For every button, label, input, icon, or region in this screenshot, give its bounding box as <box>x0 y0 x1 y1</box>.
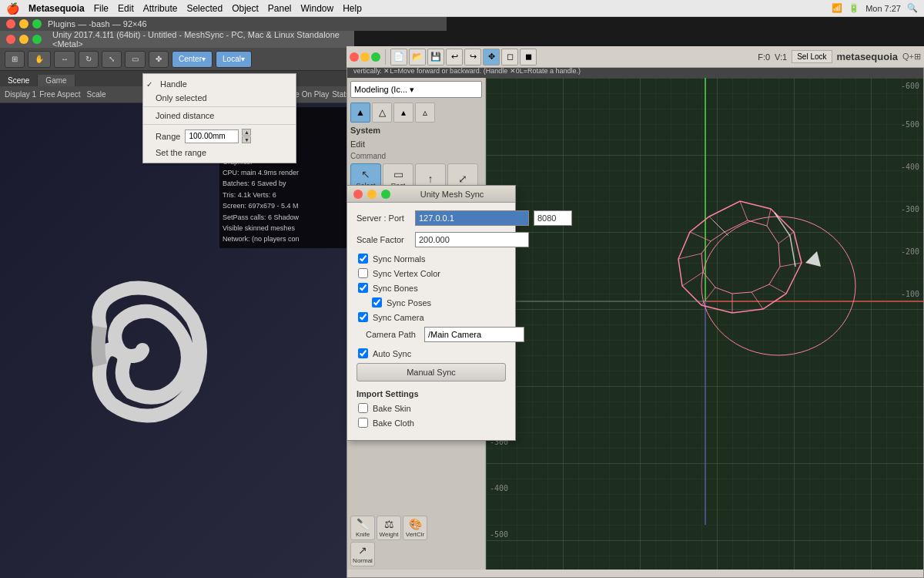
vertclr-btn[interactable]: 🎨 VertClr <box>403 516 427 540</box>
sync-close-btn[interactable] <box>353 190 363 199</box>
sync-bones-checkbox[interactable] <box>358 283 368 293</box>
toolbar-scale-btn[interactable]: ⤡ <box>102 51 122 68</box>
menu-metasequoia[interactable]: Metasequoia <box>28 3 85 14</box>
sync-dialog-title: Unity Mesh Sync <box>395 190 509 199</box>
mq-viewport[interactable]: -600 -500 -400 -300 -200 -100 -100 -200 … <box>486 78 923 570</box>
mac-menubar: 🍎 Metasequoia File Edit Attribute Select… <box>0 0 924 17</box>
mq-close-btn[interactable] <box>350 52 359 62</box>
server-port-input[interactable] <box>534 210 572 226</box>
unity-toolbar: ⊞ ✋ ↔ ↻ ⤡ ▭ ✤ Center ▾ Local ▾ <box>0 48 354 71</box>
object-btn[interactable]: ◻ <box>501 49 518 66</box>
zoom-controls[interactable]: Q+⊞ <box>902 52 921 62</box>
sync-max-btn[interactable] <box>381 190 390 199</box>
sync-camera-label: Sync Camera <box>373 313 424 322</box>
toolbar-rotate-btn[interactable]: ↻ <box>79 51 99 68</box>
unity-max-btn[interactable] <box>32 35 42 44</box>
scale-factor-input[interactable] <box>415 232 529 247</box>
dropdown-separator2 <box>143 124 296 125</box>
move-btn[interactable]: ✥ <box>483 49 500 66</box>
dropdown-handle[interactable]: Handle <box>143 77 296 91</box>
sync-vertex-color-checkbox[interactable] <box>358 268 368 278</box>
select-icon: ↖ <box>361 168 370 180</box>
sync-normals-label: Sync Normals <box>373 254 425 264</box>
terminal-title-text: Plugins — -bash — 92×46 <box>48 19 147 29</box>
dropdown-only-selected[interactable]: Only selected <box>143 91 296 105</box>
normal-label: Normal <box>353 557 373 564</box>
menu-help[interactable]: Help <box>343 3 362 14</box>
center-dropdown[interactable]: Center ▾ <box>172 51 213 68</box>
sync-min-btn[interactable] <box>367 190 377 199</box>
sync-poses-label: Sync Poses <box>387 298 431 307</box>
bake-cloth-checkbox[interactable] <box>358 418 368 428</box>
weight-btn[interactable]: ⚖ Weight <box>377 516 401 540</box>
open-btn[interactable]: 📂 <box>409 49 426 66</box>
menu-edit[interactable]: Edit <box>118 3 134 14</box>
menu-file[interactable]: File <box>94 3 109 14</box>
scale-factor-label: Scale Factor <box>357 235 410 244</box>
dropdown-set-range[interactable]: Set the range <box>143 146 296 160</box>
toolbar-icon-btn[interactable]: ⊞ <box>5 51 25 68</box>
dropdown-joined-distance[interactable]: Joined distance <box>143 109 296 123</box>
coord-neg400-y: -400 <box>490 484 508 492</box>
graphics-tris: Tris: 4.1k Verts: 6 <box>223 190 347 200</box>
auto-sync-checkbox[interactable] <box>358 348 368 358</box>
unity-min-btn[interactable] <box>19 35 28 44</box>
normal-btn[interactable]: ↗ Normal <box>350 542 375 566</box>
vertclr-icon: 🎨 <box>409 518 422 530</box>
window-maximize-btn[interactable] <box>32 19 42 29</box>
sync-poses-checkbox[interactable] <box>372 297 382 307</box>
menu-window[interactable]: Window <box>301 3 334 14</box>
camera-path-input[interactable] <box>424 327 524 342</box>
mode-dropdown[interactable]: Modeling (Ic... ▾ <box>350 81 482 98</box>
mq-min-btn[interactable] <box>360 52 370 62</box>
range-input[interactable] <box>185 129 239 143</box>
mode-dropdown-label: Modeling (Ic... ▾ <box>354 85 414 95</box>
window-minimize-btn[interactable] <box>19 19 28 29</box>
new-btn[interactable]: 📄 <box>390 49 407 66</box>
mode-icon-up2[interactable]: △ <box>372 102 392 123</box>
mode-icon-up3[interactable]: ▴ <box>393 102 413 123</box>
bake-cloth-row: Bake Cloth <box>357 418 506 428</box>
range-up-btn[interactable]: ▲ <box>242 129 251 136</box>
face-btn[interactable]: ◼ <box>520 49 537 66</box>
sel-lock-btn[interactable]: Sel Lock <box>792 50 832 63</box>
menu-panel[interactable]: Panel <box>268 3 292 14</box>
sync-normals-checkbox[interactable] <box>358 254 368 264</box>
local-dropdown[interactable]: Local ▾ <box>216 51 252 68</box>
toolbar-move-btn[interactable]: ↔ <box>54 51 75 68</box>
unity-titlebar: Unity 2017.4.1f1 (64bit) - Untitled - Me… <box>0 31 354 48</box>
toolbar-hand-btn[interactable]: ✋ <box>28 51 51 68</box>
manual-sync-btn[interactable]: Manual Sync <box>357 363 506 381</box>
sync-camera-checkbox[interactable] <box>358 312 368 322</box>
mq-info-text: vertically. ✕L=Move forward or backward.… <box>353 67 581 75</box>
save-btn[interactable]: 💾 <box>427 49 444 66</box>
edit-menu-item[interactable]: Edit <box>350 138 482 150</box>
menu-attribute[interactable]: Attribute <box>143 3 178 14</box>
mode-icon-up4[interactable]: ▵ <box>415 102 435 123</box>
toolbar-rect-btn[interactable]: ▭ <box>125 51 146 68</box>
display-label: Display 1 <box>5 90 36 99</box>
graphics-visible: Visible skinned meshes <box>223 223 347 234</box>
server-label: Server : Port <box>357 213 410 223</box>
bake-skin-checkbox[interactable] <box>358 403 368 413</box>
tab-game[interactable]: Game <box>38 75 75 86</box>
bake-skin-row: Bake Skin <box>357 403 506 413</box>
battery-icon: 🔋 <box>849 3 859 13</box>
range-down-btn[interactable]: ▼ <box>242 136 251 143</box>
unity-viewport: Stats Audio: Level: -75.2 dB Clipping: 0… <box>0 103 354 578</box>
server-ip-input[interactable] <box>415 210 529 226</box>
unity-close-btn[interactable] <box>6 35 15 44</box>
menu-selected[interactable]: Selected <box>186 3 223 14</box>
sync-bones-row: Sync Bones <box>357 283 506 293</box>
undo-btn[interactable]: ↩ <box>446 49 463 66</box>
mq-expand-btn[interactable] <box>371 52 380 62</box>
tab-scene[interactable]: Scene <box>0 75 38 86</box>
search-icon[interactable]: 🔍 <box>907 3 918 13</box>
unity-mesh-svg <box>62 273 231 427</box>
redo-btn[interactable]: ↪ <box>464 49 481 66</box>
mode-icon-up[interactable]: ▲ <box>350 102 370 123</box>
menu-object[interactable]: Object <box>232 3 259 14</box>
window-close-btn[interactable] <box>6 19 15 29</box>
knife-btn[interactable]: 🔪 Knife <box>350 516 375 540</box>
toolbar-transform-btn[interactable]: ✤ <box>149 51 169 68</box>
